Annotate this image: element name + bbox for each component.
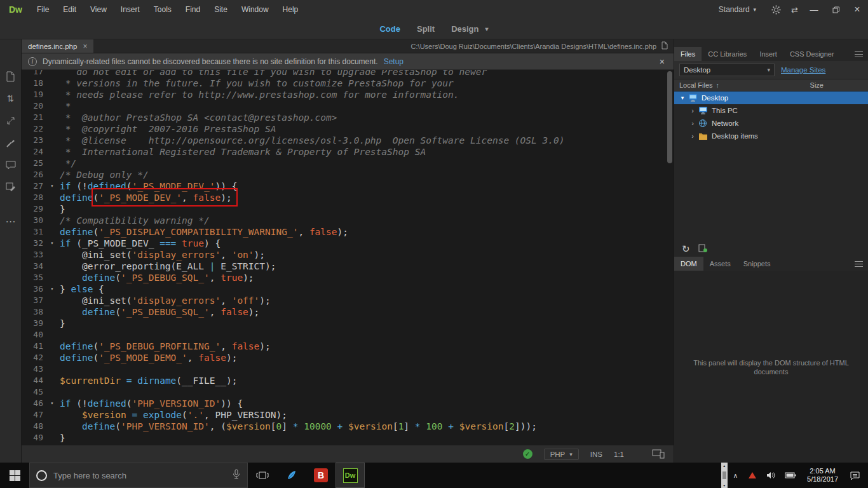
tab-close-icon[interactable]: × [83, 42, 87, 51]
tab-insert[interactable]: Insert [753, 47, 783, 61]
open-documents-icon[interactable] [4, 70, 17, 83]
panel-menu-icon[interactable] [855, 51, 863, 57]
volume-icon[interactable] [761, 463, 780, 488]
tab-files[interactable]: Files [674, 47, 702, 61]
apply-comment-icon[interactable] [4, 159, 17, 172]
tab-css-designer[interactable]: CSS Designer [783, 47, 841, 61]
code-line[interactable]: 40 [22, 329, 674, 341]
scroll-down-icon[interactable]: ▾ [723, 483, 725, 487]
code-fold-arrow[interactable]: ▾ [47, 283, 57, 295]
tab-snippets[interactable]: Snippets [737, 257, 777, 271]
code-fold-arrow[interactable]: ▾ [47, 238, 57, 249]
document-tab[interactable]: defines.inc.php × [22, 39, 93, 53]
menu-item-view[interactable]: View [83, 5, 114, 14]
menu-item-site[interactable]: Site [207, 5, 234, 14]
code-line[interactable]: 39} [22, 318, 674, 329]
insert-mode[interactable]: INS [590, 451, 602, 458]
code-line[interactable]: 45 [22, 386, 674, 398]
code-line[interactable]: 38 define('_PS_DEBUG_SQL_', false); [22, 306, 674, 318]
menu-item-help[interactable]: Help [276, 5, 306, 14]
size-header[interactable]: Size [810, 81, 868, 89]
code-line[interactable]: 19 * needs please refer to http://www.pr… [22, 89, 674, 100]
code-line[interactable]: 37 @ini_set('display_errors', 'off'); [22, 295, 674, 306]
taskbar-clock[interactable]: 2:05 AM 5/18/2017 [801, 463, 844, 488]
code-line[interactable]: 48 define('PHP_VERSION_ID', ($version[0]… [22, 421, 674, 432]
site-selector-dropdown[interactable]: Desktop ▾ [679, 64, 775, 76]
info-close-icon[interactable]: × [660, 57, 667, 67]
code-fold-arrow[interactable]: ▾ [47, 180, 57, 192]
code-line[interactable]: 26/* Debug only */ [22, 169, 674, 180]
code-line[interactable]: 21 * @author PrestaShop SA <contact@pres… [22, 112, 674, 123]
task-view-button[interactable] [248, 463, 277, 488]
code-line[interactable]: 30/* Compatibility warning */ [22, 215, 674, 226]
tree-item-this-pc[interactable]: › This PC [674, 104, 868, 117]
workspace-switcher[interactable]: Standard ▾ [719, 5, 766, 14]
code-line[interactable]: 36▾} else { [22, 283, 674, 295]
collapsed-arrow-icon[interactable]: › [688, 119, 697, 127]
menu-item-find[interactable]: Find [179, 5, 207, 14]
code-line[interactable]: 24 * International Registered Trademark … [22, 146, 674, 158]
panel-menu-icon[interactable] [855, 261, 863, 267]
restore-button[interactable] [825, 0, 846, 19]
format-source-icon[interactable] [4, 137, 17, 149]
code-line[interactable]: 44$currentDir = dirname(__FILE__); [22, 375, 674, 386]
toolbar-options-icon[interactable]: ⋯ [4, 215, 17, 227]
expanded-arrow-icon[interactable]: ▾ [678, 95, 687, 101]
expand-collapse-icon[interactable] [4, 114, 17, 127]
tree-item-network[interactable]: › Network [674, 117, 868, 130]
refresh-icon[interactable]: ↻ [682, 243, 690, 255]
scroll-up-icon[interactable]: ▴ [723, 463, 725, 468]
code-line[interactable]: 20 * [22, 100, 674, 112]
microphone-icon[interactable] [232, 469, 241, 482]
setup-link[interactable]: Setup [384, 57, 403, 66]
hidden-icons-chevron[interactable]: ∧ [728, 463, 743, 488]
tab-dom[interactable]: DOM [674, 257, 703, 271]
tab-assets[interactable]: Assets [703, 257, 737, 271]
battery-icon[interactable] [780, 463, 801, 488]
code-line[interactable]: 32▾if (_PS_MODE_DEV_ === true) { [22, 238, 674, 249]
start-button[interactable] [0, 463, 29, 488]
code-line[interactable]: 17 do not edit or add to this file if yo… [22, 70, 674, 78]
sync-settings-icon[interactable]: ⇄ [786, 5, 803, 15]
tree-item-desktop[interactable]: ▾ Desktop [674, 92, 868, 104]
code-line[interactable]: 46▾if (!defined('PHP_VERSION_ID')) { [22, 398, 674, 409]
code-line[interactable]: 43 [22, 363, 674, 375]
view-mode-code[interactable]: Code [379, 24, 400, 34]
action-center-icon[interactable] [844, 463, 868, 488]
menu-item-file[interactable]: File [30, 5, 56, 14]
menu-item-insert[interactable]: Insert [114, 5, 147, 14]
code-line[interactable]: 42define('_PS_MODE_DEMO_', false); [22, 352, 674, 363]
tab-cc-libraries[interactable]: CC Libraries [702, 47, 753, 61]
taskbar-app-feather-pen[interactable] [277, 463, 306, 488]
collapsed-arrow-icon[interactable]: › [688, 107, 697, 114]
code-line[interactable]: 34 @error_reporting(E_ALL | E_STRICT); [22, 261, 674, 272]
sync-status-icon[interactable] [698, 244, 708, 254]
code-line[interactable]: 35 define('_PS_DEBUG_SQL_', true); [22, 272, 674, 283]
overflow-scrollbar[interactable]: ▴ ▾ [721, 463, 728, 488]
close-button[interactable]: × [846, 0, 868, 19]
code-line[interactable]: 25 */ [22, 158, 674, 169]
menu-item-edit[interactable]: Edit [56, 5, 83, 14]
code-fold-arrow[interactable]: ▾ [47, 398, 57, 409]
settings-gear-icon[interactable] [766, 5, 786, 15]
scrollbar-thumb[interactable] [667, 71, 672, 163]
code-line[interactable]: 23 * @license http://opensource.org/lice… [22, 135, 674, 146]
inspect-icon[interactable] [4, 181, 17, 194]
local-files-header[interactable]: Local Files ↑ [674, 81, 719, 89]
file-management-icon[interactable]: ⇅ [4, 92, 17, 105]
code-editor[interactable]: 17 do not edit or add to this file if yo… [22, 70, 674, 445]
view-mode-split[interactable]: Split [417, 24, 435, 34]
preview-devices-icon[interactable] [652, 449, 665, 459]
editor-scrollbar[interactable] [667, 70, 672, 445]
code-line[interactable]: 49} [22, 432, 674, 444]
taskbar-search[interactable] [29, 463, 248, 488]
code-line[interactable]: 33 @ini_set('display_errors', 'on'); [22, 249, 674, 261]
code-line[interactable]: 18 * versions in the future. If you wish… [22, 78, 674, 89]
manage-sites-link[interactable]: Manage Sites [781, 66, 825, 74]
graphics-tray-icon[interactable] [743, 463, 761, 488]
code-line[interactable]: 31define('_PS_DISPLAY_COMPATIBILITY_WARN… [22, 226, 674, 238]
taskbar-app-bitdefender[interactable]: B [306, 463, 336, 488]
menu-item-tools[interactable]: Tools [147, 5, 179, 14]
search-input[interactable] [53, 471, 226, 480]
minimize-button[interactable]: — [803, 0, 825, 19]
